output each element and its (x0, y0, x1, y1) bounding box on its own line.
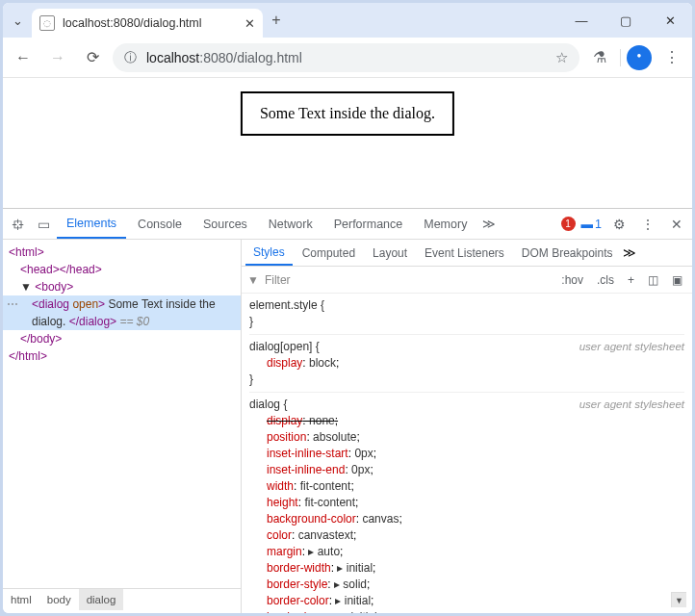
profile-avatar-button[interactable]: ● (627, 45, 652, 70)
favicon-icon: ◌ (39, 15, 55, 31)
tab-title: localhost:8080/dialog.html (63, 16, 237, 30)
crumb-body[interactable]: body (39, 589, 79, 610)
scroll-down-icon[interactable]: ▼ (671, 592, 686, 607)
tab-performance[interactable]: Performance (324, 210, 413, 239)
ellipsis-icon[interactable]: ⋯ (7, 295, 18, 313)
devtools-tabstrip: ⯐ ▭ Elements Console Sources Network Per… (3, 209, 692, 240)
css-property[interactable]: display: block; (249, 355, 684, 372)
css-property[interactable]: border-width: ▸ initial; (249, 560, 684, 577)
css-property[interactable]: display: none; (249, 413, 684, 429)
css-property[interactable]: border-color: ▸ initial; (249, 593, 684, 609)
flex-grid-icon[interactable]: ▣ (668, 273, 686, 287)
tab-console[interactable]: Console (128, 210, 192, 239)
new-tab-button[interactable]: + (263, 12, 290, 29)
rule-dialog-open[interactable]: user agent stylesheet dialog[open] { dis… (249, 339, 684, 393)
crumb-html[interactable]: html (3, 589, 39, 610)
site-info-icon[interactable]: ⓘ (124, 49, 137, 66)
devtools-close-button[interactable]: ✕ (665, 217, 688, 232)
css-property[interactable]: inset-inline-end: 0px; (249, 462, 684, 478)
new-style-rule-button[interactable]: + (624, 273, 638, 287)
more-styles-tabs[interactable]: ≫ (623, 245, 636, 260)
error-badge[interactable]: 1 (561, 217, 576, 231)
filter-funnel-icon: ▼ (247, 273, 259, 287)
css-property[interactable]: border-style: ▸ solid; (249, 577, 684, 593)
tab-memory[interactable]: Memory (414, 210, 476, 239)
tree-node-html[interactable]: <html> (3, 244, 241, 261)
window-minimize-button[interactable]: — (559, 13, 604, 28)
tab-elements[interactable]: Elements (57, 210, 126, 239)
origin-label: user agent stylesheet (579, 397, 684, 413)
window-maximize-button[interactable]: ▢ (604, 13, 648, 28)
rule-dialog[interactable]: user agent stylesheet dialog { display: … (249, 397, 684, 613)
css-property[interactable]: width: fit-content; (249, 478, 684, 495)
device-toggle-icon[interactable]: ▭ (32, 217, 55, 232)
tab-network[interactable]: Network (259, 210, 322, 239)
tab-event-listeners[interactable]: Event Listeners (417, 241, 512, 266)
browser-titlebar: ⌄ ◌ localhost:8080/dialog.html ✕ + — ▢ ✕ (3, 3, 692, 38)
computed-layout-icon[interactable]: ◫ (644, 273, 662, 287)
css-property[interactable]: color: canvastext; (249, 527, 684, 544)
css-property[interactable]: height: fit-content; (249, 495, 684, 511)
css-property[interactable]: background-color: canvas; (249, 511, 684, 527)
bookmark-star-icon[interactable]: ☆ (555, 49, 568, 66)
crumb-dialog[interactable]: dialog (79, 589, 124, 610)
page-dialog: Some Text inside the dialog. (241, 91, 454, 136)
rule-element-style[interactable]: element.style { } (249, 297, 684, 335)
styles-filter-bar: ▼ Filter :hov .cls + ◫ ▣ (242, 267, 692, 294)
tree-node-html-close[interactable]: </html> (3, 347, 241, 365)
tab-close-button[interactable]: ✕ (245, 16, 255, 31)
browser-tab[interactable]: ◌ localhost:8080/dialog.html ✕ (32, 9, 263, 38)
tab-computed[interactable]: Computed (295, 241, 363, 266)
url-input[interactable]: ⓘ localhost:8080/dialog.html ☆ (113, 43, 579, 72)
separator (620, 49, 621, 66)
css-property[interactable]: border-image: ▸ initial; (249, 609, 684, 613)
tab-sources[interactable]: Sources (193, 210, 257, 239)
breadcrumb: html body dialog (3, 588, 241, 609)
tab-dom-breakpoints[interactable]: DOM Breakpoints (514, 241, 621, 266)
origin-label: user agent stylesheet (579, 339, 684, 355)
browser-menu-button[interactable]: ⋮ (657, 48, 686, 66)
devtools-menu-button[interactable]: ⋮ (636, 217, 659, 232)
tree-node-dialog[interactable]: ⋯<dialog open> Some Text inside the dial… (3, 295, 241, 330)
tab-styles[interactable]: Styles (245, 241, 293, 266)
filter-input[interactable]: Filter (265, 273, 552, 287)
more-tabs-button[interactable]: ≫ (478, 217, 500, 231)
devtools-panel: ⯐ ▭ Elements Console Sources Network Per… (3, 208, 692, 613)
hov-toggle[interactable]: :hov (557, 273, 587, 287)
nav-back-button[interactable]: ← (9, 49, 38, 66)
inspect-element-icon[interactable]: ⯐ (7, 217, 30, 232)
tree-node-body-open[interactable]: ▼ <body> (3, 278, 241, 295)
css-property[interactable]: inset-inline-start: 0px; (249, 446, 684, 462)
tree-node-body-close[interactable]: </body> (3, 330, 241, 347)
tree-node-head[interactable]: <head></head> (3, 261, 241, 278)
window-close-button[interactable]: ✕ (648, 13, 692, 28)
settings-gear-icon[interactable]: ⚙ (607, 217, 631, 232)
nav-reload-button[interactable]: ⟳ (78, 48, 107, 66)
tab-search-button[interactable]: ⌄ (3, 13, 32, 28)
tab-layout[interactable]: Layout (365, 241, 415, 266)
css-property[interactable]: margin: ▸ auto; (249, 544, 684, 560)
styles-panel: Styles Computed Layout Event Listeners D… (242, 240, 692, 613)
address-bar: ← → ⟳ ⓘ localhost:8080/dialog.html ☆ ⚗ ●… (3, 38, 692, 78)
cls-toggle[interactable]: .cls (593, 273, 618, 287)
page-viewport: Some Text inside the dialog. (3, 78, 692, 208)
styles-tabstrip: Styles Computed Layout Event Listeners D… (242, 240, 692, 267)
elements-tree[interactable]: <html> <head></head> ▼ <body> ⋯<dialog o… (3, 240, 242, 613)
info-badge[interactable]: ▬1 (581, 218, 602, 231)
nav-forward-button[interactable]: → (43, 49, 72, 66)
styles-rules[interactable]: element.style { } user agent stylesheet … (242, 294, 692, 613)
css-property[interactable]: position: absolute; (249, 429, 684, 446)
labs-icon[interactable]: ⚗ (585, 48, 614, 66)
url-text: localhost:8080/dialog.html (146, 50, 302, 65)
